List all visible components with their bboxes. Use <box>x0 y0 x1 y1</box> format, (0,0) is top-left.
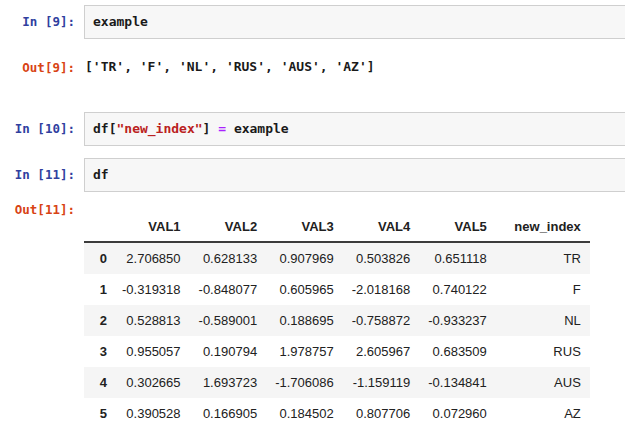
input-prompt: In [10]: <box>0 112 84 146</box>
table-row: 50.3905280.1669050.1845020.8077060.07296… <box>84 398 590 429</box>
code-token-plain: df <box>93 167 109 182</box>
table-cell: F <box>496 274 590 305</box>
code-token-plain: df[ <box>93 121 116 136</box>
table-cell: AUS <box>496 367 590 398</box>
input-prompt: In [9]: <box>0 5 84 39</box>
table-cell: -1.706086 <box>266 367 343 398</box>
table-cell: -0.758872 <box>343 305 420 336</box>
table-cell: 0.390528 <box>113 398 190 429</box>
table-cell: 0.503826 <box>343 242 420 274</box>
table-cell: NL <box>496 305 590 336</box>
table-row: 02.7068500.6281330.9079690.5038260.65111… <box>84 242 590 274</box>
table-cell: -2.018168 <box>343 274 420 305</box>
table-cell: -0.134841 <box>419 367 496 398</box>
table-row: 40.3026651.693723-1.706086-1.159119-0.13… <box>84 367 590 398</box>
column-header: VAL3 <box>266 214 343 242</box>
table-cell: 0.740122 <box>419 274 496 305</box>
table-cell: 0.302665 <box>113 367 190 398</box>
output-prompt: Out[11]: <box>0 201 84 429</box>
row-index: 0 <box>84 242 113 274</box>
row-index: 1 <box>84 274 113 305</box>
table-cell: 0.651118 <box>419 242 496 274</box>
row-index: 2 <box>84 305 113 336</box>
table-cell: 0.955057 <box>113 336 190 367</box>
cell-spacer <box>0 39 625 51</box>
table-cell: -0.589001 <box>190 305 267 336</box>
code-token-plain: example <box>226 121 289 136</box>
table-cell: -0.319318 <box>113 274 190 305</box>
table-cell: 0.807706 <box>343 398 420 429</box>
row-index: 5 <box>84 398 113 429</box>
table-cell: 2.605967 <box>343 336 420 367</box>
column-header: new_index <box>496 214 590 242</box>
code-editor[interactable]: example <box>84 5 625 39</box>
table-cell: -0.848077 <box>190 274 267 305</box>
table-cell: 0.683509 <box>419 336 496 367</box>
column-header: VAL5 <box>419 214 496 242</box>
table-cell: 1.693723 <box>190 367 267 398</box>
table-row: 1-0.319318-0.8480770.605965-2.0181680.74… <box>84 274 590 305</box>
table-cell: -1.159119 <box>343 367 420 398</box>
table-cell: 0.528813 <box>113 305 190 336</box>
table-row: 20.528813-0.5890010.188695-0.758872-0.93… <box>84 305 590 336</box>
cell-spacer <box>0 192 625 201</box>
table-cell: 0.907969 <box>266 242 343 274</box>
table-cell: -0.933237 <box>419 305 496 336</box>
jupyter-notebook: In [9]: example Out[9]: ['TR', 'F', 'NL'… <box>0 0 625 432</box>
table-cell: 0.190794 <box>190 336 267 367</box>
code-token-plain: example <box>93 14 148 29</box>
column-header: VAL2 <box>190 214 267 242</box>
code-token-plain: ] <box>203 121 219 136</box>
index-corner-cell <box>84 214 113 242</box>
dataframe-output: VAL1VAL2VAL3VAL4VAL5new_index02.7068500.… <box>84 201 625 429</box>
input-prompt: In [11]: <box>0 158 84 192</box>
code-cell-in10: In [10]: df["new_index"] = example <box>0 112 625 146</box>
table-cell: 0.166905 <box>190 398 267 429</box>
table-cell: 1.978757 <box>266 336 343 367</box>
row-index: 4 <box>84 367 113 398</box>
table-cell: 2.706850 <box>113 242 190 274</box>
column-header: VAL4 <box>343 214 420 242</box>
code-editor[interactable]: df["new_index"] = example <box>84 112 625 146</box>
table-header-row: VAL1VAL2VAL3VAL4VAL5new_index <box>84 214 590 242</box>
output-cell-out11: Out[11]: VAL1VAL2VAL3VAL4VAL5new_index02… <box>0 201 625 429</box>
dataframe-table: VAL1VAL2VAL3VAL4VAL5new_index02.7068500.… <box>84 214 590 429</box>
code-token-string: "new_index" <box>116 121 202 136</box>
output-text: ['TR', 'F', 'NL', 'RUS', 'AUS', 'AZ'] <box>84 51 625 83</box>
code-cell-in11: In [11]: df <box>0 158 625 192</box>
table-cell: 0.184502 <box>266 398 343 429</box>
table-cell: RUS <box>496 336 590 367</box>
table-cell: 0.628133 <box>190 242 267 274</box>
table-cell: 0.605965 <box>266 274 343 305</box>
column-header: VAL1 <box>113 214 190 242</box>
row-index: 3 <box>84 336 113 367</box>
code-editor[interactable]: df <box>84 158 625 192</box>
cell-spacer <box>0 146 625 158</box>
code-cell-in9: In [9]: example <box>0 5 625 39</box>
output-cell-out9: Out[9]: ['TR', 'F', 'NL', 'RUS', 'AUS', … <box>0 51 625 83</box>
cell-spacer <box>0 83 625 112</box>
output-prompt: Out[9]: <box>0 51 84 83</box>
table-cell: 0.188695 <box>266 305 343 336</box>
code-token-operator: = <box>218 121 226 136</box>
table-row: 30.9550570.1907941.9787572.6059670.68350… <box>84 336 590 367</box>
table-cell: TR <box>496 242 590 274</box>
table-cell: AZ <box>496 398 590 429</box>
table-cell: 0.072960 <box>419 398 496 429</box>
